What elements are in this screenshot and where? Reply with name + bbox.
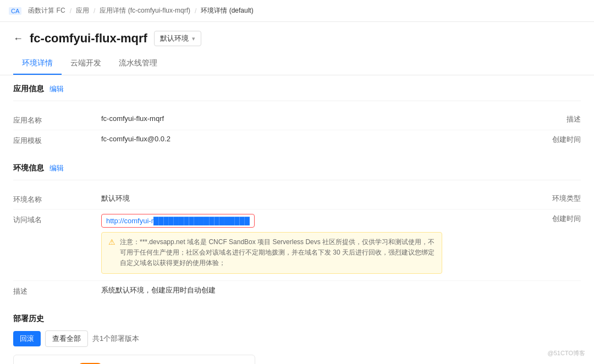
app-created-label: 创建时间 <box>471 135 581 145</box>
warning-box: ⚠ 注意：***.devsapp.net 域名是 CNCF SandBox 项目… <box>101 232 442 274</box>
content-area: 应用信息 编辑 应用名称 fc-comfyui-flux-mqrf 描述 应用模… <box>0 75 594 364</box>
watermark: @51CTO博客 <box>548 349 585 357</box>
tab-cloud-dev[interactable]: 云端开发 <box>62 53 110 75</box>
env-desc-label: 描述 <box>13 285 101 296</box>
app-name-value: fc-comfyui-flux-mqrf <box>101 114 471 123</box>
env-info-table: 环境名称 默认环境 环境类型 访问域名 http://comfyui-r████… <box>13 189 581 301</box>
nav-link-app[interactable]: 应用 <box>76 6 89 15</box>
deploy-header: 部署历史 <box>13 314 581 324</box>
env-created-label: 创建时间 <box>471 214 581 224</box>
domain-bordered: http://comfyui-r███████████████████ <box>101 214 255 228</box>
env-name-value: 默认环境 <box>101 194 471 203</box>
env-info-section: 环境信息 编辑 环境名称 默认环境 环境类型 访问域名 http://comfy… <box>13 163 581 301</box>
deploy-card: 1724660430123 Latest Initialize by templ… <box>13 355 255 364</box>
app-desc-label: 描述 <box>471 114 581 124</box>
page-header: ← fc-comfyui-flux-mqrf 默认环境 ▾ 环境详情 云端开发 … <box>0 22 594 75</box>
domain-link[interactable]: http://comfyui-r███████████████████ <box>106 217 250 225</box>
nav-link-fc[interactable]: 函数计算 FC <box>28 6 65 15</box>
env-desc-value: 系统默认环境，创建应用时自动创建 <box>101 285 471 295</box>
env-info-header: 环境信息 编辑 <box>13 163 581 173</box>
app-info-section: 应用信息 编辑 应用名称 fc-comfyui-flux-mqrf 描述 应用模… <box>13 84 581 150</box>
env-desc-row: 描述 系统默认环境，创建应用时自动创建 <box>13 281 581 301</box>
env-domain-row: 访问域名 http://comfyui-r███████████████████… <box>13 209 581 281</box>
page-title-row: ← fc-comfyui-flux-mqrf 默认环境 ▾ <box>13 31 581 46</box>
env-selector-label: 默认环境 <box>160 34 189 43</box>
env-selector[interactable]: 默认环境 ▾ <box>154 31 201 46</box>
app-template-row: 应用模板 fc-comfyui-flux@0.0.2 创建时间 <box>13 130 581 150</box>
env-info-divider <box>13 180 581 180</box>
env-domain-label: 访问域名 <box>13 214 101 225</box>
app-name-row: 应用名称 fc-comfyui-flux-mqrf 描述 <box>13 110 581 130</box>
app-info-table: 应用名称 fc-comfyui-flux-mqrf 描述 应用模板 fc-com… <box>13 110 581 150</box>
nav-link-app-detail[interactable]: 应用详情 (fc-comfyui-flux-mqrf) <box>100 6 190 15</box>
tab-pipeline[interactable]: 流水线管理 <box>110 53 166 75</box>
warning-icon: ⚠ <box>108 238 116 246</box>
app-template-label: 应用模板 <box>13 135 101 146</box>
top-nav: CA 函数计算 FC / 应用 / 应用详情 (fc-comfyui-flux-… <box>0 0 594 22</box>
nav-current: 环境详情 (default) <box>201 6 253 15</box>
env-name-row: 环境名称 默认环境 环境类型 <box>13 189 581 209</box>
app-name-label: 应用名称 <box>13 114 101 125</box>
view-all-button[interactable]: 查看全部 <box>45 330 88 347</box>
warning-text: 注意：***.devsapp.net 域名是 CNCF SandBox 项目 S… <box>120 237 435 269</box>
env-domain-value-col: http://comfyui-r███████████████████ ⚠ 注意… <box>101 214 471 276</box>
app-info-edit[interactable]: 编辑 <box>50 84 64 94</box>
rollback-button[interactable]: 回滚 <box>13 331 41 346</box>
deploy-title: 部署历史 <box>13 314 44 324</box>
main-container: ← fc-comfyui-flux-mqrf 默认环境 ▾ 环境详情 云端开发 … <box>0 22 594 364</box>
page-title: fc-comfyui-flux-mqrf <box>30 31 147 46</box>
tabs: 环境详情 云端开发 流水线管理 <box>13 53 581 75</box>
back-button[interactable]: ← <box>13 33 23 45</box>
deploy-actions-row: 回滚 查看全部 共1个部署版本 <box>13 330 581 347</box>
env-info-title: 环境信息 <box>13 163 44 173</box>
app-template-value: fc-comfyui-flux@0.0.2 <box>101 135 471 143</box>
deploy-history-section: 部署历史 回滚 查看全部 共1个部署版本 1724660430123 Lates… <box>13 314 581 364</box>
ca-badge: CA <box>9 7 21 15</box>
env-type-label: 环境类型 <box>471 194 581 203</box>
chevron-down-icon: ▾ <box>192 35 195 42</box>
deploy-count: 共1个部署版本 <box>92 334 139 344</box>
env-name-label: 环境名称 <box>13 194 101 205</box>
app-info-title: 应用信息 <box>13 84 44 94</box>
app-info-header: 应用信息 编辑 <box>13 84 581 94</box>
env-info-edit[interactable]: 编辑 <box>50 163 64 173</box>
app-info-divider <box>13 101 581 101</box>
tab-env-detail[interactable]: 环境详情 <box>13 53 62 75</box>
